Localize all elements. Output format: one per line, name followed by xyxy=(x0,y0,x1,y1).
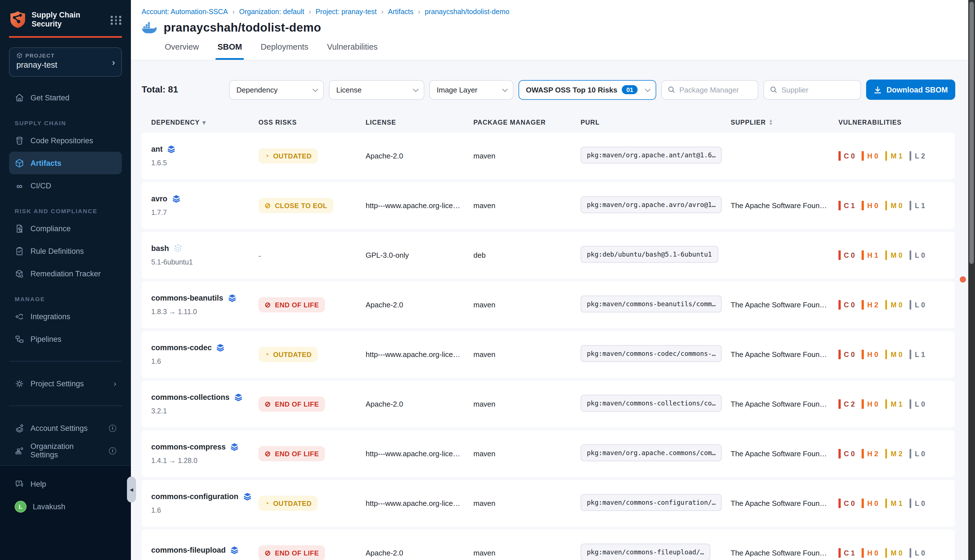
tab-overview[interactable]: Overview xyxy=(163,37,200,60)
package-manager-search-input[interactable] xyxy=(679,85,752,94)
low-count: L0 xyxy=(910,399,925,409)
dropdown-value: License xyxy=(336,85,362,94)
risk-status-icon xyxy=(265,499,269,508)
purl-value[interactable]: pkg:maven/org.apache.commons/com… xyxy=(581,444,722,461)
table-row[interactable]: commons-codec 1.6 OUTDATED http---www.ap… xyxy=(142,331,955,378)
download-sbom-label: Download SBOM xyxy=(887,85,948,94)
column-dependency[interactable]: DEPENDENCY xyxy=(151,119,259,126)
license-filter-dropdown[interactable]: License xyxy=(329,80,424,100)
download-sbom-button[interactable]: Download SBOM xyxy=(866,80,955,100)
sbom-content: Total: 81 Dependency License Image Layer… xyxy=(131,60,968,560)
divider xyxy=(9,361,122,362)
sidebar-item-label: Project Settings xyxy=(30,379,84,388)
sidebar-item-cicd[interactable]: ∞ CI/CD xyxy=(9,174,122,197)
breadcrumb-artifact-name[interactable]: pranaycshah/todolist-demo xyxy=(425,8,509,16)
table-row[interactable]: commons-collections 3.2.1 END OF LIFE Ap… xyxy=(142,381,955,427)
scrollbar-thumb[interactable] xyxy=(969,2,974,264)
account-layers-icon xyxy=(15,423,24,433)
document-search-icon xyxy=(15,223,24,233)
tab-vulnerabilities[interactable]: Vulnerabilities xyxy=(325,37,379,60)
module-switcher-icon[interactable] xyxy=(110,16,122,25)
sidebar-item-project-settings[interactable]: Project Settings › xyxy=(9,372,122,395)
oss-risk-badge: END OF LIFE xyxy=(259,397,325,412)
sidebar-item-label: Organization Settings xyxy=(30,442,103,459)
purl-value[interactable]: pkg:maven/commons-beanutils/comm… xyxy=(581,295,722,312)
purl-value[interactable]: pkg:maven/commons-codec/commons-… xyxy=(581,345,722,362)
sort-icon: ▲▼ xyxy=(769,119,773,126)
risk-label: OUTDATED xyxy=(273,152,311,160)
license: GPL-3.0-only xyxy=(366,251,473,259)
title-row: pranaycshah/todolist-demo xyxy=(131,21,968,34)
breadcrumb-organization[interactable]: Organization: default xyxy=(239,8,304,16)
dependency-name: commons-compress xyxy=(151,443,226,451)
image-layer-filter-dropdown[interactable]: Image Layer xyxy=(429,80,513,100)
sidebar-item-help[interactable]: ? Help xyxy=(9,473,122,495)
project-selector[interactable]: PROJECT pranay-test › xyxy=(9,47,122,77)
purl-value[interactable]: pkg:maven/commons-fileupload/… xyxy=(581,543,710,560)
table-row[interactable]: ant 1.6.5 OUTDATED Apache-2.0 maven pkg:… xyxy=(142,133,955,179)
oss-risk-cell: END OF LIFE xyxy=(259,297,366,312)
user-name: Lavakush xyxy=(33,502,65,511)
dependency-cell: ant 1.6.5 xyxy=(151,145,259,167)
purl-value[interactable]: pkg:deb/ubuntu/bash@5.1-6ubuntu1 xyxy=(581,246,718,263)
dependency-name: commons-fileupload xyxy=(151,546,226,554)
breadcrumb-artifacts[interactable]: Artifacts xyxy=(388,8,413,16)
user-menu[interactable]: L Lavakush xyxy=(9,495,122,518)
table-row[interactable]: bash 5.1-6ubuntu1 - GPL-3.0-only deb pkg… xyxy=(142,232,955,278)
sidebar-item-pipelines[interactable]: Pipelines xyxy=(9,328,122,350)
purl-value[interactable]: pkg:maven/commons-collections/co… xyxy=(581,395,722,412)
table-row[interactable]: avro 1.7.7 CLOSE TO EOL http---www.apach… xyxy=(142,182,955,229)
purl-value[interactable]: pkg:maven/commons-configuration/… xyxy=(581,494,722,511)
tab-bar: Overview SBOM Deployments Vulnerabilitie… xyxy=(131,37,968,60)
sidebar-item-account-settings[interactable]: Account Settings xyxy=(9,417,122,439)
table-row[interactable]: commons-fileupload END OF LIFE Apache-2.… xyxy=(142,530,955,560)
risk-label: END OF LIFE xyxy=(275,450,319,458)
sidebar-item-get-started[interactable]: Get Started xyxy=(9,86,122,109)
sidebar-collapse-handle[interactable]: ◀ xyxy=(127,477,136,502)
breadcrumb-account[interactable]: Account: Automation-SSCA xyxy=(142,8,228,16)
info-icon[interactable] xyxy=(109,424,116,432)
infinity-icon: ∞ xyxy=(15,181,24,190)
purl-cell: pkg:maven/commons-configuration/… xyxy=(581,494,731,513)
dependency-filter-dropdown[interactable]: Dependency xyxy=(229,80,324,100)
purl-value[interactable]: pkg:maven/org.apache.avro/avro@1… xyxy=(581,196,722,213)
critical-count: C0 xyxy=(838,498,855,508)
section-label-risk-and-compliance: RISK AND COMPLIANCE xyxy=(15,208,122,214)
risk-status-icon xyxy=(265,301,271,309)
medium-count: M0 xyxy=(885,201,903,210)
oss-risk-badge: - xyxy=(259,251,261,260)
column-supplier[interactable]: SUPPLIER▲▼ xyxy=(731,119,838,126)
table-row[interactable]: commons-beanutils 1.8.3 → 1.11.0 END OF … xyxy=(142,282,955,328)
sidebar-item-rule-definitions[interactable]: Rule Definitions xyxy=(9,240,122,262)
table-row[interactable]: commons-configuration 1.6 OUTDATED http-… xyxy=(142,480,955,527)
medium-count: M0 xyxy=(885,350,903,359)
supplier: The Apache Software Foun… xyxy=(731,499,838,508)
tab-sbom[interactable]: SBOM xyxy=(216,37,244,60)
purl-cell: pkg:maven/commons-collections/co… xyxy=(581,395,731,414)
sidebar-item-compliance[interactable]: Compliance xyxy=(9,217,122,240)
oss-risk-badge: CLOSE TO EOL xyxy=(259,198,334,213)
project-label-row: PROJECT xyxy=(17,52,115,58)
sidebar-item-remediation-tracker[interactable]: Remediation Tracker xyxy=(9,262,122,285)
critical-count: C0 xyxy=(838,151,855,161)
sidebar-item-artifacts[interactable]: Artifacts xyxy=(9,152,122,174)
low-count: L2 xyxy=(910,151,925,161)
dropdown-value: OWASP OSS Top 10 Risks xyxy=(526,85,617,94)
sidebar-item-code-repositories[interactable]: </> Code Repositories xyxy=(9,129,122,152)
layers-icon xyxy=(167,145,176,153)
tab-deployments[interactable]: Deployments xyxy=(259,37,310,60)
oss-risk-cell: END OF LIFE xyxy=(259,545,366,560)
chevron-down-icon xyxy=(502,86,508,92)
project-name: pranay-test xyxy=(17,60,115,69)
info-icon[interactable] xyxy=(109,447,116,454)
purl-cell: pkg:maven/commons-fileupload/… xyxy=(581,543,731,560)
owasp-risks-filter-dropdown[interactable]: OWASP OSS Top 10 Risks 01 xyxy=(519,80,656,100)
risk-label: - xyxy=(259,251,261,260)
purl-value[interactable]: pkg:maven/org.apache.ant/ant@1.6… xyxy=(581,146,722,163)
sidebar-item-integrations[interactable]: Integrations xyxy=(9,305,122,328)
sidebar-item-organization-settings[interactable]: Organization Settings xyxy=(9,439,122,462)
search-icon xyxy=(770,86,778,93)
supplier-search-input[interactable] xyxy=(781,85,855,94)
table-row[interactable]: commons-compress 1.4.1 → 1.28.0 END OF L… xyxy=(142,430,955,477)
breadcrumb-project[interactable]: Project: pranay-test xyxy=(316,8,377,16)
